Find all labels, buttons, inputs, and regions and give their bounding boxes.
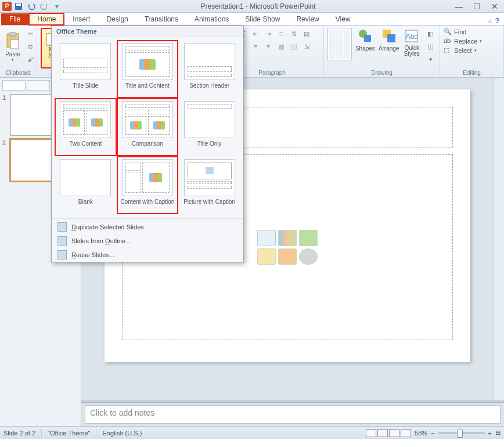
content-placeholder-icons[interactable] xyxy=(257,230,318,265)
undo-icon[interactable] xyxy=(27,2,36,11)
fit-to-window-button[interactable]: ⊞ xyxy=(495,429,501,437)
vertical-scrollbar[interactable] xyxy=(494,78,504,401)
cmd-label: Reuse Slides... xyxy=(71,251,114,258)
layout-blank[interactable]: Blank xyxy=(55,157,116,214)
layout-section-header[interactable]: Section Header xyxy=(179,41,240,98)
insert-table-icon[interactable] xyxy=(257,230,276,246)
maximize-button[interactable]: ☐ xyxy=(473,2,481,11)
select-button[interactable]: ⬚ Select ▾ xyxy=(444,46,500,55)
svg-rect-8 xyxy=(387,34,395,42)
insert-media-icon[interactable] xyxy=(299,248,318,265)
outline-tab[interactable] xyxy=(27,80,50,91)
tab-animations[interactable]: Animations xyxy=(186,13,237,25)
insert-clipart-icon[interactable] xyxy=(278,248,297,265)
quick-styles-button[interactable]: Abc Quick Styles xyxy=(402,28,421,57)
notes-splitter[interactable] xyxy=(81,401,504,403)
view-buttons xyxy=(366,429,411,437)
shape-effects-icon[interactable]: ✦ xyxy=(424,53,436,65)
columns-icon[interactable]: ▥ xyxy=(275,41,287,52)
align-right-icon[interactable]: ≡ xyxy=(250,41,261,52)
svg-rect-4 xyxy=(10,39,19,49)
find-button[interactable]: 🔍 Find xyxy=(444,28,500,36)
layout-comparison[interactable]: Comparison xyxy=(117,99,178,156)
insert-chart-icon[interactable] xyxy=(278,230,297,246)
convert-smartart-icon[interactable]: ◫ xyxy=(288,41,300,52)
quick-styles-icon: Abc xyxy=(404,28,420,44)
copy-icon[interactable]: ⧉ xyxy=(24,41,36,52)
layout-label: Title Only xyxy=(197,140,222,153)
save-icon[interactable] xyxy=(14,2,23,11)
slides-tab[interactable] xyxy=(2,80,26,91)
group-label-editing: Editing xyxy=(444,70,500,76)
tab-insert[interactable]: Insert xyxy=(64,13,98,25)
layout-label: Two Content xyxy=(69,140,102,153)
line-spacing-icon[interactable]: ≡ xyxy=(275,28,287,39)
zoom-level[interactable]: 58% xyxy=(415,430,427,437)
para-dialog-icon[interactable]: ⇲ xyxy=(301,41,312,52)
arrange-label: Arrange xyxy=(379,45,399,52)
arrange-button[interactable]: Arrange xyxy=(379,28,399,52)
reading-view-button[interactable] xyxy=(389,429,399,437)
align-text-icon[interactable]: ▤ xyxy=(301,28,312,39)
replace-button[interactable]: ab Replace ▾ xyxy=(444,37,500,45)
redo-icon[interactable] xyxy=(39,2,49,11)
quick-access-toolbar: ▾ xyxy=(14,2,62,11)
tab-transitions[interactable]: Transitions xyxy=(136,13,186,25)
outline-icon xyxy=(57,236,67,246)
notes-placeholder-text: Click to add notes xyxy=(90,408,154,417)
close-button[interactable]: ✕ xyxy=(491,2,498,11)
tab-design[interactable]: Design xyxy=(98,13,136,25)
zoom-slider[interactable] xyxy=(438,432,485,434)
notes-pane[interactable]: Click to add notes xyxy=(85,405,501,424)
layout-picture-with-caption[interactable]: Picture with Caption xyxy=(179,157,240,214)
shape-outline-icon[interactable]: ◫ xyxy=(424,41,436,52)
format-painter-icon[interactable]: 🖌 xyxy=(24,53,36,65)
replace-label: Replace xyxy=(454,38,477,45)
inc-indent-icon[interactable]: ⇥ xyxy=(262,28,274,39)
gallery-cmd-outline[interactable]: Slides from Outline... xyxy=(52,234,243,248)
minimize-button[interactable]: — xyxy=(455,2,463,11)
app-icon: P xyxy=(2,2,12,11)
justify-icon[interactable]: ≡ xyxy=(262,41,274,52)
gallery-cmd-duplicate[interactable]: Duplicate Selected Slides xyxy=(52,220,243,234)
normal-view-button[interactable] xyxy=(366,429,376,437)
gallery-cmd-reuse[interactable]: Reuse Slides... xyxy=(52,248,243,262)
layout-content-with-caption[interactable]: Content with Caption xyxy=(117,157,178,214)
find-icon: 🔍 xyxy=(444,28,452,36)
tab-review[interactable]: Review xyxy=(288,13,327,25)
paste-button[interactable]: Paste ▾ xyxy=(3,28,22,65)
chevron-down-icon: ▾ xyxy=(12,57,14,62)
tab-file[interactable]: File xyxy=(1,13,28,25)
status-slide-info: Slide 2 of 2 xyxy=(3,430,35,437)
tab-view[interactable]: View xyxy=(327,13,359,25)
text-direction-icon[interactable]: ⇅ xyxy=(288,28,300,39)
layout-two-content[interactable]: Two Content xyxy=(55,99,116,156)
ribbon-minimize-icon[interactable]: ▵ xyxy=(488,17,492,25)
shape-fill-icon[interactable]: ◧ xyxy=(424,28,436,39)
dec-indent-icon[interactable]: ⇤ xyxy=(250,28,261,39)
status-language[interactable]: English (U.S.) xyxy=(102,430,142,437)
group-drawing: Shapes Arrange Abc Quick Styles ◧ ◫ ✦ Dr… xyxy=(324,26,440,77)
help-icon[interactable]: ? xyxy=(495,17,499,25)
sorter-view-button[interactable] xyxy=(377,429,388,437)
zoom-out-button[interactable]: − xyxy=(431,430,434,437)
status-bar: Slide 2 of 2 "Office Theme" English (U.S… xyxy=(0,426,504,439)
ribbon-tabs: File Home Insert Design Transitions Anim… xyxy=(0,13,504,26)
insert-picture-icon[interactable] xyxy=(257,248,276,265)
gallery-grid: Title Slide Title and Content Section He… xyxy=(52,37,243,217)
tab-slideshow[interactable]: Slide Show xyxy=(237,13,288,25)
layout-title-slide[interactable]: Title Slide xyxy=(55,41,116,98)
slideshow-view-button[interactable] xyxy=(401,429,411,437)
thumb-number: 1 xyxy=(2,94,8,101)
insert-smartart-icon[interactable] xyxy=(299,230,318,246)
shapes-gallery[interactable] xyxy=(327,28,352,60)
shapes-button[interactable]: Shapes xyxy=(355,28,375,52)
layout-title-only[interactable]: Title Only xyxy=(179,99,240,156)
tab-home[interactable]: Home xyxy=(28,13,64,26)
svg-rect-1 xyxy=(16,3,21,6)
quick-styles-label: Quick Styles xyxy=(404,45,420,57)
qat-customize-icon[interactable]: ▾ xyxy=(52,2,62,11)
cut-icon[interactable]: ✂ xyxy=(24,28,36,39)
zoom-in-button[interactable]: + xyxy=(488,430,492,437)
layout-title-and-content[interactable]: Title and Content xyxy=(117,41,178,98)
